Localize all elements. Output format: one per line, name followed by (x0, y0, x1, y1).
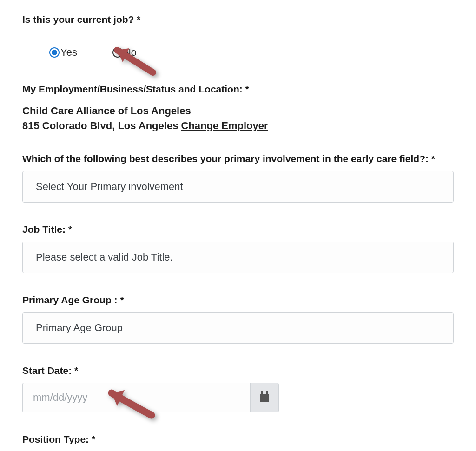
radio-no[interactable]: No (112, 46, 137, 59)
job-title-select[interactable]: Please select a valid Job Title. (22, 242, 454, 273)
job-title-label: Job Title: * (22, 224, 454, 235)
employer-address: 815 Colorado Blvd, Los Angeles (22, 120, 181, 131)
current-job-radio-group: Yes No (49, 46, 454, 59)
radio-no-label: No (124, 46, 137, 59)
calendar-button[interactable] (250, 383, 279, 412)
position-type-label: Position Type: * (22, 434, 454, 445)
primary-age-group-select[interactable]: Primary Age Group (22, 312, 454, 344)
calendar-icon (260, 393, 269, 402)
start-date-input[interactable]: mm/dd/yyyy (22, 383, 250, 412)
primary-involvement-label: Which of the following best describes yo… (22, 153, 454, 164)
change-employer-link[interactable]: Change Employer (181, 120, 268, 131)
radio-yes-label: Yes (60, 46, 77, 59)
employment-status-label: My Employment/Business/Status and Locati… (22, 84, 454, 95)
primary-involvement-select[interactable]: Select Your Primary involvement (22, 171, 454, 203)
radio-dot-icon (49, 47, 60, 58)
radio-yes[interactable]: Yes (49, 46, 77, 59)
start-date-label: Start Date: * (22, 365, 454, 376)
radio-circle-icon (112, 47, 123, 58)
current-job-label: Is this your current job? * (22, 14, 454, 25)
employer-name: Child Care Alliance of Los Angeles (22, 105, 454, 117)
primary-age-group-label: Primary Age Group : * (22, 294, 454, 306)
